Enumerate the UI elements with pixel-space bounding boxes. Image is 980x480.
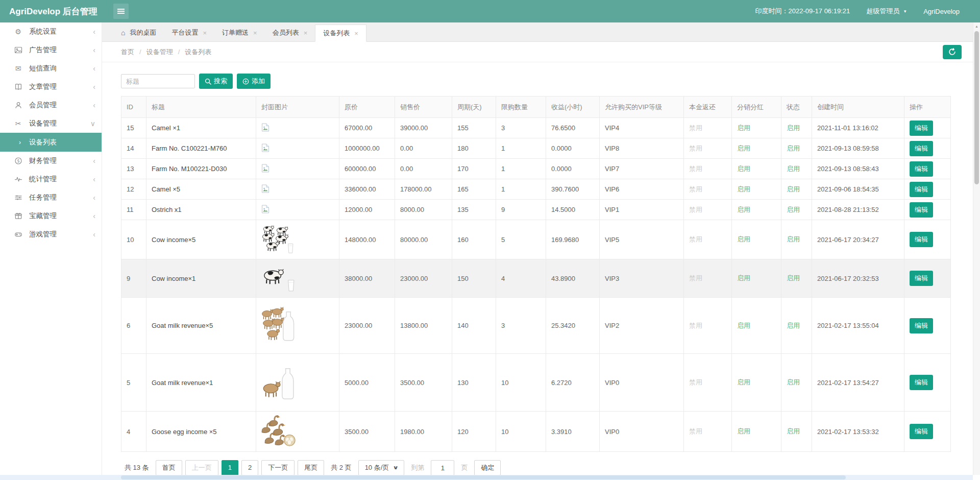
- page-number-2[interactable]: 2: [241, 460, 258, 475]
- cell-original-price: 67000.00: [339, 118, 395, 138]
- title-search-input[interactable]: [121, 74, 195, 88]
- sidebar-item-ad-management[interactable]: 广告管理‹: [0, 41, 102, 59]
- next-page-button[interactable]: 下一页: [261, 460, 295, 475]
- tab-label: 我的桌面: [130, 28, 156, 37]
- cell-title: Ostrich x1: [146, 200, 256, 220]
- refresh-button[interactable]: [943, 45, 962, 59]
- first-page-button[interactable]: 首页: [156, 460, 182, 475]
- breadcrumb: 首页/设备管理/设备列表: [121, 47, 211, 57]
- tab-member-list[interactable]: 会员列表×: [265, 24, 315, 41]
- cell-id: 14: [121, 138, 146, 159]
- edit-button[interactable]: 编辑: [910, 375, 933, 390]
- edit-button[interactable]: 编辑: [910, 271, 933, 286]
- tab-order-gift[interactable]: 订单赠送×: [214, 24, 265, 41]
- scroll-up-icon[interactable]: ▲: [973, 22, 980, 30]
- cow5-image: [261, 224, 295, 254]
- sidebar-item-sms-query[interactable]: ✉短信查询‹: [0, 59, 102, 78]
- cell-id: 6: [121, 298, 146, 354]
- sidebar-subitem-device-list[interactable]: ›设备列表: [0, 133, 102, 152]
- cell-id: 4: [121, 412, 146, 452]
- goto-confirm-button[interactable]: 确定: [474, 460, 501, 475]
- sidebar-item-device-management[interactable]: ✂设备管理∨: [0, 114, 102, 133]
- sidebar-item-task-management[interactable]: 任务管理‹: [0, 188, 102, 207]
- cell-id: 15: [121, 118, 146, 138]
- sidebar-item-system-settings[interactable]: ⚙系统设置‹: [0, 22, 102, 41]
- cell-vip-level: VIP4: [600, 118, 684, 138]
- cell-created-at: 2021-08-28 21:13:52: [812, 200, 904, 220]
- horizontal-scrollbar[interactable]: [0, 475, 973, 480]
- vertical-scrollbar-thumb[interactable]: [974, 31, 979, 184]
- sidebar-item-member-management[interactable]: 会员管理‹: [0, 96, 102, 114]
- cell-created-at: 2021-02-17 13:54:27: [812, 354, 904, 412]
- edit-button[interactable]: 编辑: [910, 202, 933, 218]
- tab-platform-settings[interactable]: 平台设置×: [164, 24, 214, 41]
- close-icon[interactable]: ×: [304, 29, 308, 37]
- cell-sale-price: 3500.00: [395, 354, 452, 412]
- cell-title: Farm No. C100221-M760: [146, 138, 256, 159]
- plus-circle-icon: [242, 78, 249, 85]
- cell-sale-price: 80000.00: [395, 220, 452, 259]
- edit-button[interactable]: 编辑: [910, 318, 933, 333]
- cell-vip-level: VIP0: [600, 412, 684, 452]
- search-button[interactable]: 搜索: [199, 74, 233, 89]
- edit-button[interactable]: 编辑: [910, 232, 933, 247]
- sidebar-item-label: 统计管理: [29, 175, 93, 184]
- principal-return-status: 禁用: [684, 220, 732, 259]
- edit-button[interactable]: 编辑: [910, 424, 933, 439]
- close-icon[interactable]: ×: [203, 29, 207, 37]
- menu-toggle-button[interactable]: [113, 4, 129, 19]
- last-page-button[interactable]: 尾页: [298, 460, 324, 475]
- cell-created-at: 2021-09-06 18:54:35: [812, 179, 904, 200]
- breadcrumb-item[interactable]: 设备列表: [185, 47, 211, 57]
- broken-image: [261, 205, 270, 213]
- close-icon[interactable]: ×: [354, 30, 358, 37]
- prev-page-button: 上一页: [185, 460, 218, 475]
- status-badge: 启用: [781, 118, 812, 138]
- gear-icon: ⚙: [14, 28, 22, 35]
- vertical-scrollbar[interactable]: ▲: [973, 22, 980, 475]
- horizontal-scrollbar-thumb[interactable]: [121, 475, 846, 479]
- cell-purchase-limit: 5: [496, 220, 546, 259]
- sidebar-item-article-management[interactable]: 文章管理‹: [0, 78, 102, 96]
- add-button[interactable]: 添加: [237, 74, 271, 89]
- cell-sale-price: 8000.00: [395, 200, 452, 220]
- page-number-1[interactable]: 1: [222, 460, 238, 475]
- cell-cover: [256, 298, 339, 354]
- goto-page-input[interactable]: [431, 460, 454, 475]
- edit-button[interactable]: 编辑: [910, 161, 933, 177]
- goat1-image: [261, 362, 295, 402]
- sidebar-item-stats-management[interactable]: 统计管理‹: [0, 170, 102, 188]
- role-dropdown[interactable]: 超级管理员 ▼: [866, 7, 907, 16]
- edit-button[interactable]: 编辑: [910, 182, 933, 197]
- status-badge: 启用: [781, 259, 812, 298]
- tab-device-list[interactable]: 设备列表×: [315, 25, 366, 42]
- sidebar-item-game-management[interactable]: 游戏管理‹: [0, 225, 102, 244]
- page-size-select[interactable]: 10 条/页∨: [358, 460, 405, 475]
- edit-button[interactable]: 编辑: [910, 141, 933, 156]
- breadcrumb-separator: /: [139, 48, 141, 56]
- sidebar-item-treasure-management[interactable]: 宝藏管理‹: [0, 207, 102, 225]
- cell-vip-level: VIP3: [600, 259, 684, 298]
- breadcrumb-item[interactable]: 首页: [121, 47, 134, 57]
- breadcrumb-item[interactable]: 设备管理: [146, 47, 173, 57]
- close-icon[interactable]: ×: [253, 29, 257, 37]
- edit-button[interactable]: 编辑: [910, 121, 933, 136]
- broken-image: [261, 123, 270, 132]
- cell-period-days: 170: [452, 159, 496, 179]
- page-unit-label: 页: [457, 463, 471, 472]
- distribution-dividend-status: 启用: [732, 220, 781, 259]
- distribution-dividend-status: 启用: [732, 118, 781, 138]
- cell-title: Camel ×5: [146, 179, 256, 200]
- principal-return-status: 禁用: [684, 118, 732, 138]
- tab-desktop[interactable]: ⌂我的桌面: [113, 24, 164, 41]
- chevron-left-icon: ‹: [93, 230, 95, 238]
- cell-cover: [256, 159, 339, 179]
- account-name[interactable]: AgriDevelop: [923, 8, 960, 15]
- sidebar-item-finance-management[interactable]: $财务管理‹: [0, 152, 102, 170]
- main-content: ⌂我的桌面平台设置×订单赠送×会员列表×设备列表× 首页/设备管理/设备列表 搜…: [102, 22, 973, 475]
- cell-vip-level: VIP5: [600, 220, 684, 259]
- distribution-dividend-status: 启用: [732, 259, 781, 298]
- cell-original-price: 5000.00: [339, 354, 395, 412]
- cell-actions: 编辑: [904, 159, 951, 179]
- cell-created-at: 2021-02-17 13:55:04: [812, 298, 904, 354]
